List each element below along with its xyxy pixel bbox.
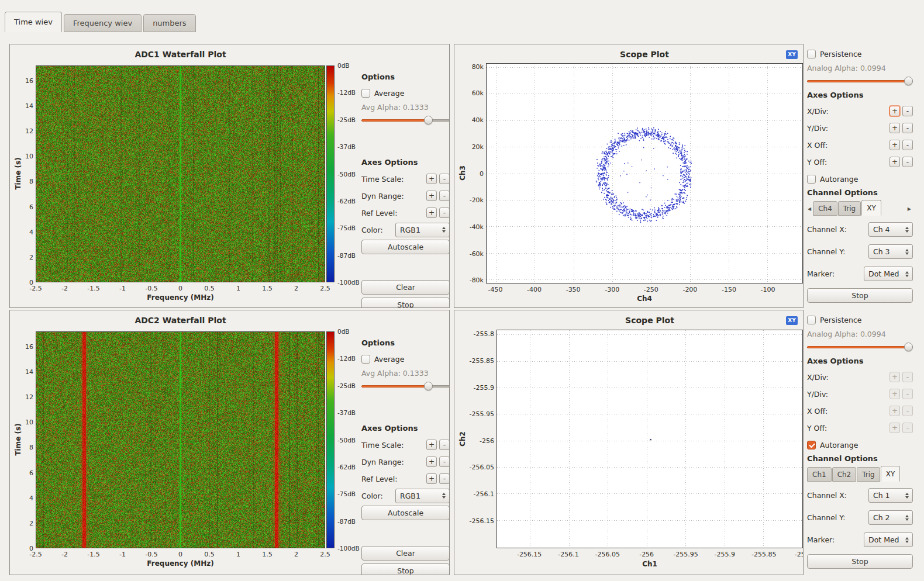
x-axis-tick-label: 2 <box>294 551 298 558</box>
ydiv-minus-button[interactable]: - <box>902 389 913 399</box>
tab-frequency-view[interactable]: Frequency wiev <box>64 14 142 32</box>
slider-knob[interactable] <box>904 77 913 85</box>
spinner-arrows-icon[interactable] <box>440 227 447 233</box>
channel-options-header: Channel Options <box>807 454 913 464</box>
tab-ch1[interactable]: Ch1 <box>807 467 832 482</box>
analog-alpha-label: Analog Alpha: 0.0994 <box>807 329 913 339</box>
spinner-arrows-icon[interactable] <box>904 271 911 277</box>
clear-button[interactable]: Clear <box>361 546 450 561</box>
xoff-plus-button[interactable]: + <box>889 140 900 150</box>
color-label: Color: <box>361 492 383 500</box>
spinner-arrows-icon[interactable] <box>904 537 911 543</box>
spinner-arrows-icon[interactable] <box>904 515 911 521</box>
spinner-arrows-icon[interactable] <box>904 493 911 499</box>
colorbar-tick-label: -62dB <box>337 198 356 205</box>
tab-trig[interactable]: Trig <box>838 201 861 216</box>
average-checkbox[interactable] <box>361 355 370 364</box>
dyn-range-plus-button[interactable]: + <box>426 191 437 201</box>
autorange-checkbox[interactable] <box>807 175 816 184</box>
clear-button[interactable]: Clear <box>361 280 450 295</box>
xdiv-plus-button[interactable]: + <box>889 372 900 382</box>
time-scale-plus-button[interactable]: + <box>426 440 437 450</box>
spinner-arrows-icon[interactable] <box>904 227 911 233</box>
xoff-minus-button[interactable]: - <box>902 140 913 150</box>
color-select[interactable]: RGB1 <box>395 223 450 237</box>
scope1-canvas <box>487 64 802 283</box>
xdiv-row: X/Div: +- <box>807 371 913 383</box>
ydiv-plus-button[interactable]: + <box>889 389 900 399</box>
dyn-range-minus-button[interactable]: - <box>439 191 450 201</box>
ydiv-minus-button[interactable]: - <box>902 123 913 133</box>
marker-select[interactable]: Dot Med <box>864 532 913 547</box>
dyn-range-plus-button[interactable]: + <box>426 456 437 467</box>
tab-time-view[interactable]: Time wiev <box>5 12 62 32</box>
ref-level-minus-button[interactable]: - <box>439 208 450 218</box>
dyn-range-minus-button[interactable]: - <box>439 456 450 467</box>
time-scale-minus-button[interactable]: - <box>439 440 450 450</box>
autoscale-button[interactable]: Autoscale <box>361 240 450 254</box>
color-label: Color: <box>361 226 383 234</box>
y-axis-tick-label: -255.9 <box>474 383 494 391</box>
slider-knob[interactable] <box>904 343 913 351</box>
axes-options-header: Axes Options <box>807 91 913 100</box>
tab-trig[interactable]: Trig <box>857 467 880 482</box>
analog-alpha-slider[interactable] <box>807 343 913 352</box>
persistence-checkbox[interactable] <box>807 50 816 58</box>
tab-numbers[interactable]: numbers <box>143 14 196 32</box>
stop-button[interactable]: Stop <box>807 554 913 569</box>
slider-knob[interactable] <box>424 116 433 124</box>
marker-select[interactable]: Dot Med <box>864 267 913 281</box>
time-scale-plus-button[interactable]: + <box>426 174 437 184</box>
avg-alpha-slider[interactable] <box>361 382 450 391</box>
channel-x-select[interactable]: Ch 4 <box>868 222 913 237</box>
stop-button[interactable]: Stop <box>361 563 450 575</box>
xoff-plus-button[interactable]: + <box>889 406 900 416</box>
tab-ch4[interactable]: Ch4 <box>813 201 837 216</box>
tab-xy[interactable]: XY <box>881 466 901 482</box>
xoff-minus-button[interactable]: - <box>902 406 913 416</box>
persistence-checkbox[interactable] <box>807 316 816 324</box>
xdiv-minus-button[interactable]: - <box>902 372 913 382</box>
stop-button[interactable]: Stop <box>807 288 913 303</box>
channel-x-select[interactable]: Ch 1 <box>868 488 913 503</box>
stop-button[interactable]: Stop <box>361 298 450 308</box>
scope1-plot-area[interactable] <box>486 63 803 283</box>
channel-y-select[interactable]: Ch 3 <box>868 244 913 259</box>
avg-alpha-slider[interactable] <box>361 116 450 125</box>
colorbar <box>326 65 335 282</box>
adc2-waterfall-plot-area[interactable] <box>36 331 325 548</box>
slider-knob[interactable] <box>424 382 433 390</box>
ref-level-plus-button[interactable]: + <box>426 473 437 484</box>
x-axis-tick-label: -450 <box>488 286 502 293</box>
tab-scroll-right-icon[interactable]: ▶ <box>907 206 913 216</box>
options-header: Options <box>361 338 450 348</box>
spinner-arrows-icon[interactable] <box>440 493 447 499</box>
y-axis-tick-label: -255.8 <box>474 330 494 338</box>
ref-level-minus-button[interactable]: - <box>439 473 450 484</box>
autoscale-button[interactable]: Autoscale <box>361 506 450 520</box>
autorange-checkbox[interactable] <box>807 441 816 449</box>
xdiv-plus-button[interactable]: + <box>889 106 900 116</box>
yoff-plus-button[interactable]: + <box>889 157 900 167</box>
main-tab-bar: Time wiev Frequency wiev numbers <box>5 12 198 32</box>
yoff-plus-button[interactable]: + <box>889 423 900 433</box>
color-select[interactable]: RGB1 <box>395 489 450 503</box>
yoff-minus-button[interactable]: - <box>902 157 913 167</box>
ref-level-plus-button[interactable]: + <box>426 208 437 218</box>
xdiv-minus-button[interactable]: - <box>902 106 913 116</box>
tab-ch2[interactable]: Ch2 <box>832 467 857 482</box>
spinner-arrows-icon[interactable] <box>904 249 911 255</box>
yoff-minus-button[interactable]: - <box>902 423 913 433</box>
adc1-waterfall-plot-area[interactable] <box>36 65 325 282</box>
channel-y-select[interactable]: Ch 2 <box>868 510 913 525</box>
average-checkbox[interactable] <box>361 89 370 98</box>
y-axis-ticks: 1614121086420 <box>19 65 33 282</box>
analog-alpha-slider[interactable] <box>807 77 913 86</box>
persistence-row: Persistence <box>807 313 913 326</box>
scope2-plot-area[interactable] <box>497 330 803 548</box>
tab-xy[interactable]: XY <box>861 200 881 216</box>
dyn-range-label: Dyn Range: <box>361 192 404 200</box>
time-scale-minus-button[interactable]: - <box>439 174 450 184</box>
tab-scroll-left-icon[interactable]: ◀ <box>807 206 813 216</box>
ydiv-plus-button[interactable]: + <box>889 123 900 133</box>
